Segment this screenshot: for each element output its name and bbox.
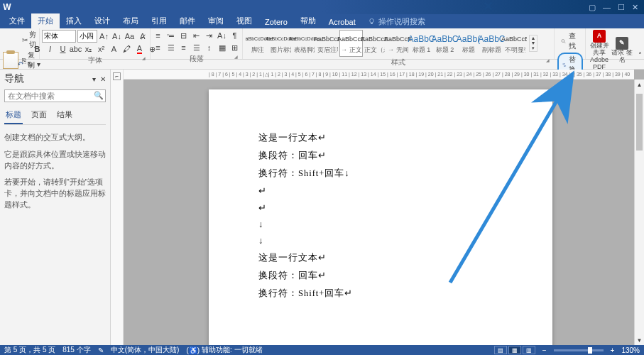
style-item-4[interactable]: AaBbCcE→ 正文 xyxy=(339,30,363,57)
page-content[interactable]: 这是一行文本↵换段符：回车↵换行符：Shift+回车↓↵↵↓↓这是一行文本↵换段… xyxy=(258,132,504,305)
style-item-9[interactable]: AaBb(标题 xyxy=(457,30,480,57)
scroll-thumb[interactable] xyxy=(636,94,643,151)
minimize-icon[interactable]: — xyxy=(603,3,611,12)
tab-references[interactable]: 引用 xyxy=(145,13,173,28)
font-color-button[interactable]: A xyxy=(134,43,146,55)
maximize-icon[interactable]: ☐ xyxy=(618,3,625,12)
shading-button[interactable]: ▦ xyxy=(217,42,228,53)
bold-button[interactable]: B xyxy=(32,43,43,55)
adobe-create-share-button[interactable]: A 创建并共享 Adobe PDF xyxy=(589,30,610,71)
styles-row-down-icon[interactable]: ▼ xyxy=(530,40,537,45)
sort-button[interactable]: A↓ xyxy=(217,30,228,41)
accessibility-indicator[interactable]: (♿) 辅助功能: 一切就绪 xyxy=(186,345,262,355)
increase-indent-button[interactable]: ⇥ xyxy=(204,30,215,41)
tab-layout[interactable]: 布局 xyxy=(116,13,145,28)
font-name-select[interactable] xyxy=(42,30,76,43)
numbering-button[interactable]: ≔ xyxy=(165,30,177,41)
print-layout-button[interactable]: ▦ xyxy=(508,346,521,354)
nav-search-input[interactable] xyxy=(4,89,106,102)
grow-font-button[interactable]: A↑ xyxy=(99,31,110,42)
style-item-8[interactable]: AaBbC标题 2 xyxy=(433,30,457,57)
clear-formatting-button[interactable]: A̷ xyxy=(137,31,148,42)
zoom-level[interactable]: 130% xyxy=(621,346,640,354)
borders-button[interactable]: ⊞ xyxy=(229,42,241,53)
read-mode-button[interactable]: ▤ xyxy=(494,346,507,354)
style-item-3[interactable]: AaBbCcE页眉注释 xyxy=(316,30,339,57)
spell-check-icon[interactable]: ✎ xyxy=(98,346,104,354)
repeat-button[interactable]: ↻ xyxy=(27,60,33,68)
horizontal-ruler[interactable]: | 8 | 7 | 6 | 5 | 4 | 3 | 2 | 1 |△| 1 | … xyxy=(124,70,634,80)
styles-expand-icon[interactable]: ▾ xyxy=(530,45,537,51)
word-count[interactable]: 815 个字 xyxy=(62,345,90,355)
tell-me-search[interactable]: 操作说明搜索 xyxy=(368,16,425,28)
ribbon-display-options-icon[interactable]: ▢ xyxy=(589,3,596,12)
page[interactable]: 这是一行文本↵换段符：回车↵换行符：Shift+回车↓↵↵↓↓这是一行文本↵换段… xyxy=(209,89,552,345)
show-marks-button[interactable]: ¶ xyxy=(229,30,241,41)
styles-more-button[interactable]: ▲ ▼ ▾ xyxy=(529,35,537,52)
doc-line-1[interactable]: 换段符：回车↵ xyxy=(258,150,504,162)
style-item-7[interactable]: AaBbC标题 1 xyxy=(410,30,433,57)
nav-close-icon[interactable]: ✕ xyxy=(100,75,106,83)
tab-acrobat[interactable]: Acrobat xyxy=(322,16,362,28)
style-item-2[interactable]: AaBbCcDdEe表格脚注 xyxy=(293,30,316,57)
align-center-button[interactable]: ☰ xyxy=(165,42,177,53)
doc-line-9[interactable]: 换行符：Shift+回车↵ xyxy=(258,288,504,300)
zoom-in-button[interactable]: + xyxy=(611,346,615,354)
tab-mailings[interactable]: 邮件 xyxy=(173,13,202,28)
page-indicator[interactable]: 第 5 页，共 5 页 xyxy=(4,345,55,355)
highlight-button[interactable]: 🖍 xyxy=(121,43,133,55)
doc-line-6[interactable]: ↓ xyxy=(258,236,504,246)
subscript-button[interactable]: x₂ xyxy=(83,43,94,55)
adobe-request-sign-button[interactable]: ✎ 请求 签名 xyxy=(611,37,633,64)
language-indicator[interactable]: 中文(简体，中国大陆) xyxy=(111,345,180,355)
font-size-select[interactable] xyxy=(77,30,97,43)
scroll-down-icon[interactable]: ▼ xyxy=(635,335,644,345)
style-item-6[interactable]: AaBbCcE→ 无间隔 xyxy=(386,30,410,57)
collapse-ribbon-button[interactable]: ˄ xyxy=(635,28,644,59)
styles-row-up-icon[interactable]: ▲ xyxy=(530,36,537,40)
zoom-slider-knob[interactable] xyxy=(588,347,592,354)
tab-help[interactable]: 帮助 xyxy=(294,13,322,28)
nav-search-icon[interactable]: 🔍 xyxy=(94,91,104,100)
doc-line-5[interactable]: ↓ xyxy=(258,219,504,230)
find-button[interactable]: 查找 xyxy=(557,30,582,53)
shrink-font-button[interactable]: A↓ xyxy=(111,31,123,42)
strikethrough-button[interactable]: abc xyxy=(70,43,82,55)
multilevel-list-button[interactable]: ⊟ xyxy=(178,30,190,41)
tab-file[interactable]: 文件 xyxy=(3,13,31,28)
decrease-indent-button[interactable]: ⇤ xyxy=(191,30,202,41)
doc-line-8[interactable]: 换段符：回车↵ xyxy=(258,270,504,282)
vertical-scrollbar[interactable]: ▲ ▼ xyxy=(634,80,644,345)
bullets-button[interactable]: ≡ xyxy=(153,30,164,41)
tab-home[interactable]: 开始 xyxy=(31,13,60,28)
nav-tab-results[interactable]: 结果 xyxy=(55,108,74,124)
close-icon[interactable]: ✕ xyxy=(632,3,638,12)
nav-dropdown-icon[interactable]: ▾ xyxy=(92,75,96,83)
styles-gallery[interactable]: AaBbCcDdEe脚注AaBbCcDdEe图片标注AaBbCcDdEe表格脚注… xyxy=(246,30,527,57)
doc-line-7[interactable]: 这是一行文本↵ xyxy=(258,252,504,264)
doc-line-4[interactable]: ↵ xyxy=(258,202,504,214)
change-case-button[interactable]: Aa xyxy=(124,31,136,42)
tab-review[interactable]: 审阅 xyxy=(202,13,230,28)
zoom-out-button[interactable]: − xyxy=(542,346,547,354)
align-left-button[interactable]: ≡ xyxy=(153,42,164,53)
web-layout-button[interactable]: ▥ xyxy=(523,346,535,354)
italic-button[interactable]: I xyxy=(45,43,56,55)
justify-button[interactable]: ☰ xyxy=(191,42,202,53)
style-item-5[interactable]: AaBbCcE正文（悬… xyxy=(363,30,386,57)
doc-line-3[interactable]: ↵ xyxy=(258,185,504,197)
line-spacing-button[interactable]: ↕ xyxy=(204,42,215,53)
superscript-button[interactable]: x² xyxy=(96,43,107,55)
doc-line-2[interactable]: 换行符：Shift+回车↓ xyxy=(258,168,504,180)
align-right-button[interactable]: ≡ xyxy=(178,42,190,53)
tab-zotero[interactable]: Zotero xyxy=(258,16,294,28)
tab-selector[interactable]: ⌐ xyxy=(113,72,121,80)
nav-tab-pages[interactable]: 页面 xyxy=(30,108,48,124)
style-item-10[interactable]: AaBbC副标题 xyxy=(480,30,503,57)
customize-qat-button[interactable]: ▾ xyxy=(37,60,40,68)
style-item-11[interactable]: AaBbCcE不明显强调 xyxy=(503,30,527,57)
tab-design[interactable]: 设计 xyxy=(88,13,116,28)
tab-view[interactable]: 视图 xyxy=(230,13,258,28)
doc-line-0[interactable]: 这是一行文本↵ xyxy=(258,132,504,144)
scroll-up-icon[interactable]: ▲ xyxy=(635,80,644,89)
